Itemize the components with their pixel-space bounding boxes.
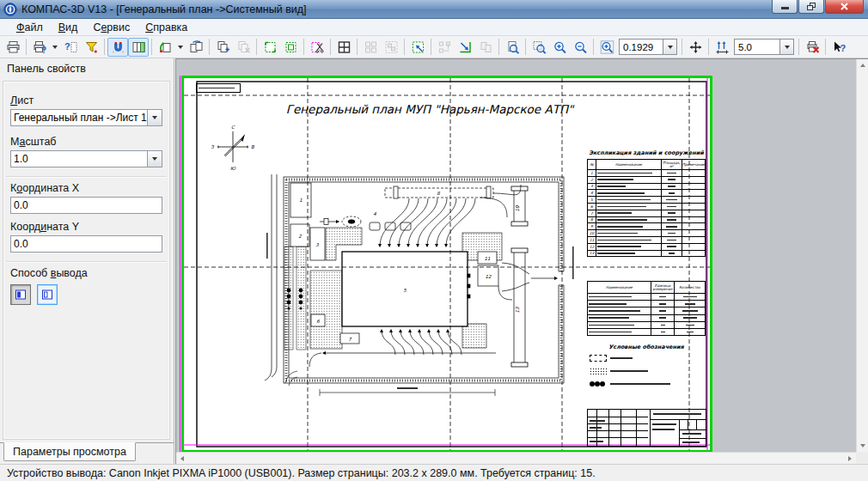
sheet-combo-dropdown[interactable] [148, 109, 162, 126]
context-help-button[interactable]: ? [828, 38, 849, 57]
svg-text:5: 5 [403, 288, 406, 293]
move-step-dropdown[interactable] [780, 39, 794, 55]
select-page-button[interactable] [280, 38, 301, 57]
pan-icon [688, 40, 703, 54]
minimize-button[interactable] [772, 0, 798, 14]
menu-help[interactable]: Справка [138, 20, 195, 35]
statusbar: Устройство вывода: Canon Inkjet PIXMA iP… [0, 464, 868, 481]
cut-pages-button[interactable] [307, 38, 327, 57]
zoom-page-button[interactable] [502, 38, 523, 57]
page-setup-button[interactable]: ? [60, 38, 81, 57]
svg-text:6: 6 [316, 319, 320, 324]
scroll-up-button[interactable] [857, 59, 868, 71]
close-button[interactable] [825, 0, 864, 14]
arrange-pages-button[interactable] [360, 38, 381, 57]
zoom-out-button[interactable] [570, 38, 590, 57]
pan-button[interactable] [685, 38, 706, 57]
compass-north-label: С [231, 125, 235, 130]
rotate-page-dropdown[interactable] [175, 38, 186, 57]
table-row: 13 [588, 250, 705, 257]
svg-text:2: 2 [298, 234, 302, 239]
print-icon [6, 40, 21, 54]
group-pages-button[interactable] [381, 38, 401, 57]
zoom-in-button[interactable] [549, 38, 570, 57]
zoom-scale-value[interactable]: 0.1929 [619, 39, 663, 55]
pages-overview-button[interactable] [475, 38, 496, 57]
cancel-preview-button[interactable] [802, 38, 822, 57]
output-method-whole-button[interactable] [37, 284, 58, 305]
svg-text:?: ? [41, 45, 46, 54]
flip-page-button[interactable] [186, 38, 206, 57]
delete-page-button[interactable] [233, 38, 254, 57]
menu-view[interactable]: Вид [51, 20, 86, 35]
split-view-button[interactable] [333, 38, 354, 57]
drawing-title: Генеральный план МУП "Нарьян-Марское АТП… [285, 102, 574, 116]
output-method-part-button[interactable] [10, 284, 31, 305]
snap-corner-button[interactable] [455, 38, 475, 57]
print-dialog-dropdown[interactable] [50, 38, 60, 57]
print-dialog-button[interactable]: ? [29, 38, 50, 57]
snap-button[interactable] [107, 38, 128, 57]
indicators-table: Наименование Единица измерения Количеств… [587, 281, 706, 336]
titlebar: КОМПАС-3D V13 - [Генеральный план ->Сист… [0, 0, 868, 19]
menu-service[interactable]: Сервис [85, 20, 138, 35]
svg-text:?: ? [64, 41, 70, 52]
filter-button[interactable] [81, 38, 101, 57]
output-part-icon [15, 289, 27, 301]
scroll-left-button[interactable] [176, 453, 188, 464]
tab-preview-parameters[interactable]: Параметры просмотра [3, 442, 136, 461]
legend-title: Условные обозначения [586, 344, 706, 350]
scroll-down-button[interactable] [857, 440, 868, 452]
app-window: КОМПАС-3D V13 - [Генеральный план ->Сист… [0, 0, 868, 481]
move-step-value[interactable]: 5.0 [734, 39, 780, 55]
vertical-scrollbar[interactable] [856, 59, 868, 452]
divider [6, 261, 167, 263]
table-row [588, 328, 705, 335]
compass-icon [217, 131, 248, 162]
corner-stamp [196, 83, 241, 93]
fit-pages-icon [131, 40, 146, 54]
sheet-combo[interactable]: Генеральный план ->Лист 1 [10, 109, 148, 126]
restore-icon [807, 3, 816, 10]
fit-selection-button[interactable] [407, 38, 428, 57]
table-row: 10 [588, 229, 705, 236]
table-row: 4 [588, 189, 705, 196]
scrollbar-corner [856, 452, 868, 464]
table-row [588, 314, 705, 321]
rotate-page-button[interactable] [155, 38, 175, 57]
scale-combo[interactable]: 1.0 [10, 150, 148, 167]
table-row [588, 300, 705, 307]
print-button[interactable] [3, 38, 23, 57]
zoom-scale-dropdown[interactable] [663, 39, 677, 55]
add-page-button[interactable] [212, 38, 233, 57]
coord-x-input[interactable]: 0.0 [10, 197, 162, 214]
select-pages-button[interactable] [260, 38, 280, 57]
restore-button[interactable] [798, 0, 824, 14]
scroll-right-button[interactable] [844, 453, 856, 464]
legend-item [590, 355, 633, 362]
zoom-scale-button[interactable] [596, 38, 617, 57]
chevron-down-icon [178, 46, 183, 49]
coord-y-input[interactable]: 0.0 [10, 235, 162, 253]
align-pages-button[interactable] [434, 38, 455, 57]
zoom-scale-combo: 0.1929 [619, 39, 677, 55]
chevron-down-icon [152, 116, 157, 119]
fit-selection-icon [411, 40, 425, 54]
menu-file[interactable]: Файл [9, 20, 51, 35]
zoom-area-button[interactable] [529, 38, 549, 57]
fit-pages-button[interactable] [128, 38, 149, 57]
arrow-up-icon [860, 64, 865, 67]
move-step-button[interactable] [712, 38, 732, 57]
zoom-in-icon [553, 40, 567, 54]
select-page-icon [284, 40, 298, 54]
table-row: 12 [588, 243, 705, 250]
svg-text:?: ? [840, 43, 846, 53]
horizontal-scrollbar[interactable] [176, 452, 856, 464]
cancel-preview-icon [805, 40, 820, 54]
preview-sheet[interactable]: С Ю З В [181, 76, 712, 453]
scale-combo-dropdown[interactable] [148, 150, 162, 167]
close-icon [840, 3, 848, 10]
main-area: Панель свойств Лист Генеральный план ->Л… [0, 58, 868, 464]
pages-overview-icon [479, 40, 493, 54]
table-row: 7 [588, 210, 705, 216]
